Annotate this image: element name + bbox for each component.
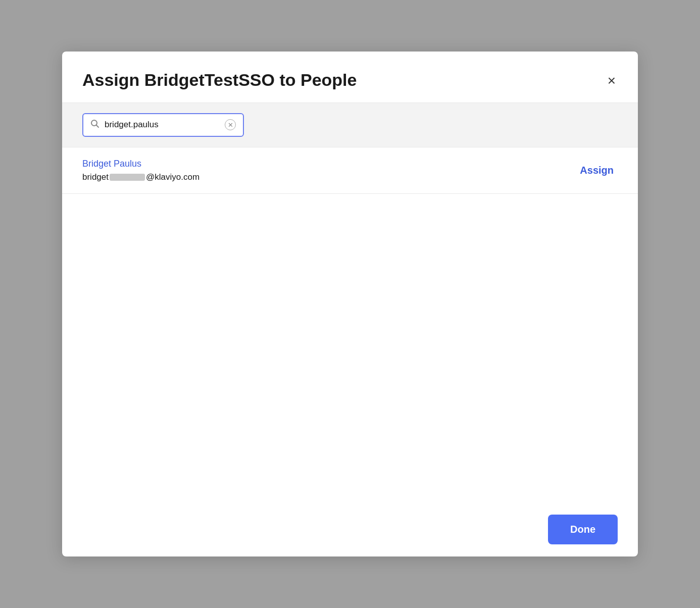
email-prefix: bridget bbox=[82, 172, 109, 182]
search-icon bbox=[90, 119, 99, 131]
search-input[interactable] bbox=[105, 120, 220, 130]
email-redacted bbox=[110, 174, 145, 181]
result-row: Bridget Paulus bridget @klaviyo.com Assi… bbox=[62, 147, 638, 194]
assign-button[interactable]: Assign bbox=[576, 163, 618, 178]
clear-icon: ✕ bbox=[228, 121, 233, 129]
clear-search-button[interactable]: ✕ bbox=[225, 119, 236, 130]
modal-title: Assign BridgetTestSSO to People bbox=[82, 70, 357, 90]
modal-footer: Done bbox=[62, 502, 638, 556]
search-box: ✕ bbox=[82, 113, 244, 137]
result-info: Bridget Paulus bridget @klaviyo.com bbox=[82, 159, 199, 182]
result-name: Bridget Paulus bbox=[82, 159, 199, 169]
done-button[interactable]: Done bbox=[548, 515, 618, 544]
modal-overlay: Assign BridgetTestSSO to People × ✕ bbox=[0, 0, 700, 608]
result-email: bridget @klaviyo.com bbox=[82, 172, 199, 182]
svg-line-1 bbox=[96, 125, 99, 127]
modal-dialog: Assign BridgetTestSSO to People × ✕ bbox=[62, 52, 638, 556]
close-button[interactable]: × bbox=[606, 72, 618, 90]
results-area: Bridget Paulus bridget @klaviyo.com Assi… bbox=[62, 147, 638, 502]
email-suffix: @klaviyo.com bbox=[146, 172, 199, 182]
modal-header: Assign BridgetTestSSO to People × bbox=[62, 52, 638, 103]
search-area: ✕ bbox=[62, 103, 638, 147]
